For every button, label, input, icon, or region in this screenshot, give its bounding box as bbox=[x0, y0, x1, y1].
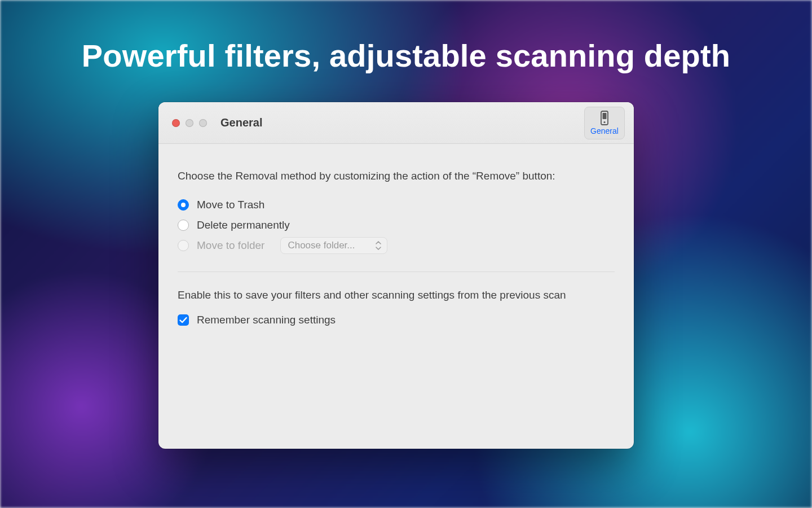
radio-button-icon bbox=[178, 240, 189, 251]
checkbox-label: Remember scanning settings bbox=[197, 314, 336, 326]
close-window-button[interactable] bbox=[172, 119, 180, 127]
svg-point-2 bbox=[603, 121, 605, 123]
popup-placeholder: Choose folder... bbox=[288, 240, 355, 251]
radio-label: Move to folder bbox=[197, 239, 264, 252]
radio-button-icon bbox=[178, 220, 189, 231]
radio-delete-permanently[interactable]: Delete permanently bbox=[178, 215, 615, 235]
tab-general-label: General bbox=[590, 126, 619, 135]
radio-label: Delete permanently bbox=[197, 219, 290, 231]
stepper-chevrons-icon bbox=[374, 240, 382, 251]
tab-general[interactable]: General bbox=[584, 107, 625, 139]
removal-method-description: Choose the Removal method by customizing… bbox=[178, 170, 615, 182]
checkbox-icon bbox=[178, 314, 189, 326]
radio-button-icon bbox=[178, 199, 189, 211]
scanning-settings-description: Enable this to save your filters and oth… bbox=[178, 289, 615, 301]
minimize-window-button[interactable] bbox=[186, 119, 193, 127]
zoom-window-button[interactable] bbox=[199, 119, 207, 127]
traffic-lights bbox=[172, 119, 207, 127]
titlebar: General General bbox=[158, 102, 634, 144]
marketing-headline: Powerful filters, adjustable scanning de… bbox=[0, 37, 812, 74]
radio-move-to-folder[interactable]: Move to folder Choose folder... bbox=[178, 235, 615, 256]
section-divider bbox=[178, 271, 615, 272]
window-title: General bbox=[220, 116, 262, 129]
choose-folder-popup[interactable]: Choose folder... bbox=[280, 237, 387, 254]
radio-move-to-trash[interactable]: Move to Trash bbox=[178, 195, 615, 215]
preferences-general-icon bbox=[598, 111, 611, 125]
radio-label: Move to Trash bbox=[197, 199, 264, 211]
preferences-window: General General Choose the Removal metho… bbox=[158, 102, 634, 449]
svg-rect-1 bbox=[603, 113, 607, 119]
checkbox-remember-scanning-settings[interactable]: Remember scanning settings bbox=[178, 314, 615, 326]
window-content: Choose the Removal method by customizing… bbox=[158, 144, 634, 338]
